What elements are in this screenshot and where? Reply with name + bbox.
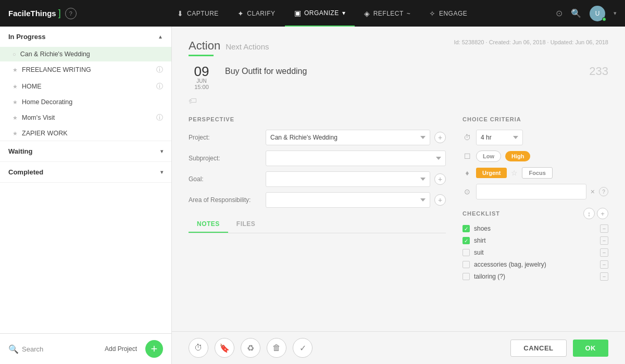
sidebar-item-moms-visit[interactable]: ★ Mom's Visit ⓘ	[0, 109, 171, 126]
checklist-section: CHECKLIST ↕ + ✓ shoes −	[463, 208, 608, 281]
zapier-star: ★	[12, 130, 18, 137]
ok-button[interactable]: OK	[573, 340, 609, 357]
sidebar-item-wedding[interactable]: ○ Can & Richie's Wedding	[0, 47, 171, 61]
context-clear-button[interactable]: ×	[591, 187, 595, 196]
goal-add-button[interactable]: +	[434, 173, 446, 185]
nav-clarify[interactable]: ✦ CLARIFY	[228, 0, 285, 27]
bottom-bar: ⏱ 🔖 ♻ 🗑 ✓ CANCEL OK	[172, 331, 625, 364]
context-help-button[interactable]: ?	[599, 187, 608, 196]
completed-chevron: ▾	[160, 169, 163, 175]
checkbox-tailoring[interactable]	[463, 273, 470, 280]
priority-focus-btn[interactable]: Focus	[522, 167, 552, 179]
checklist-sort-button[interactable]: ↕	[583, 208, 595, 219]
logo-bracket: ]	[58, 8, 61, 19]
tag-icon[interactable]: 🏷	[189, 96, 197, 105]
sidebar-item-freelance[interactable]: ★ FREELANCE WRITING ⓘ	[0, 61, 171, 78]
in-progress-chevron: ▲	[158, 34, 163, 40]
project-add-button[interactable]: +	[434, 132, 446, 143]
moms-visit-star: ★	[12, 115, 18, 121]
task-date: 09 JUN 15:00	[189, 65, 215, 90]
freelance-info-icon[interactable]: ⓘ	[156, 65, 163, 74]
checklist-remove-shoes[interactable]: −	[600, 224, 608, 233]
app-logo[interactable]: FacileThings ]	[8, 8, 61, 19]
complete-button[interactable]: ✓	[293, 338, 312, 358]
checklist-add-button[interactable]: +	[597, 208, 608, 219]
settings-icon[interactable]: ⊙	[556, 8, 562, 18]
project-select[interactable]: Can & Richie's Wedding	[266, 130, 430, 145]
checkbox-suit[interactable]	[463, 249, 470, 256]
search-area[interactable]: 🔍 Search	[8, 344, 43, 354]
sidebar-item-home[interactable]: ★ HOME ⓘ	[0, 78, 171, 95]
sidebar-section-header-in-progress[interactable]: In Progress ▲	[0, 27, 171, 47]
nav-capture[interactable]: ⬇ CAPTURE	[168, 0, 228, 27]
checklist-actions: ↕ +	[583, 208, 608, 219]
priority-icon: ♦	[463, 169, 472, 177]
sidebar-item-home-decorating[interactable]: ★ Home Decorating	[0, 95, 171, 109]
cancel-button[interactable]: CANCEL	[510, 340, 566, 357]
context-input[interactable]	[476, 184, 586, 199]
checklist-remove-accessories[interactable]: −	[600, 260, 608, 269]
help-button[interactable]: ?	[65, 8, 77, 19]
sidebar-section-header-waiting[interactable]: Waiting ▾	[0, 141, 171, 161]
organize-chevron: ▾	[342, 9, 346, 17]
capture-icon: ⬇	[177, 9, 184, 18]
recycle-button[interactable]: ♻	[241, 338, 260, 358]
tab-files[interactable]: FILES	[228, 216, 264, 233]
subproject-select[interactable]	[266, 150, 446, 166]
area-label: Area of Responsibility:	[189, 196, 261, 204]
checkbox-accessories[interactable]	[463, 261, 470, 268]
checklist-item-tailoring: tailoring (?) −	[463, 272, 608, 281]
dialog-buttons: CANCEL OK	[510, 340, 608, 357]
engage-icon: ✧	[429, 9, 436, 18]
waiting-chevron: ▾	[160, 148, 163, 154]
timer-icon: ⏱	[194, 343, 203, 353]
moms-visit-info-icon[interactable]: ⓘ	[156, 113, 163, 122]
home-info-icon[interactable]: ⓘ	[156, 82, 163, 91]
task-row: 09 JUN 15:00 Buy Outfit for wedding 233	[189, 65, 608, 90]
criteria-row-priority: ♦ Urgent ☆ Focus	[463, 167, 608, 179]
checkbox-shoes[interactable]: ✓	[463, 225, 470, 232]
wedding-star: ○	[12, 51, 16, 57]
energy-low-pill[interactable]: Low	[476, 150, 501, 162]
sidebar-item-zapier[interactable]: ★ ZAPIER WORK	[0, 126, 171, 141]
reflect-chevron: ~	[407, 10, 411, 17]
bookmark-button[interactable]: 🔖	[215, 338, 234, 358]
avatar-dropdown-chevron[interactable]: ▾	[614, 10, 617, 17]
checklist-item-shoes: ✓ shoes −	[463, 224, 608, 233]
add-project-button[interactable]: +	[145, 340, 163, 358]
tab-notes[interactable]: NOTES	[189, 216, 228, 233]
area-add-button[interactable]: +	[434, 194, 446, 206]
field-row-goal: Goal: +	[189, 171, 446, 187]
sidebar-list: In Progress ▲ ○ Can & Richie's Wedding ★…	[0, 27, 171, 333]
sidebar: In Progress ▲ ○ Can & Richie's Wedding ★…	[0, 27, 172, 364]
energy-high-pill[interactable]: High	[505, 151, 530, 161]
area-select[interactable]	[266, 192, 430, 208]
nav-organize[interactable]: ▣ ORGANIZE ▾	[285, 0, 355, 27]
timer-button[interactable]: ⏱	[189, 338, 208, 358]
priority-urgent-btn[interactable]: Urgent	[476, 168, 507, 178]
field-row-area: Area of Responsibility: +	[189, 192, 446, 208]
checklist-remove-tailoring[interactable]: −	[600, 272, 608, 281]
action-header: Action Next Actions Id: 5238820 · Create…	[189, 39, 608, 53]
time-icon: ⏱	[463, 133, 472, 142]
checkbox-shirt[interactable]: ✓	[463, 237, 470, 244]
sidebar-section-header-completed[interactable]: Completed ▾	[0, 162, 171, 182]
nav-reflect[interactable]: ◈ REFLECT ~	[355, 0, 420, 27]
checklist-label-tailoring: tailoring (?)	[474, 273, 596, 280]
nav-engage[interactable]: ✧ ENGAGE	[420, 0, 477, 27]
freelance-star: ★	[12, 67, 18, 73]
complete-icon: ✓	[299, 343, 306, 353]
layout: In Progress ▲ ○ Can & Richie's Wedding ★…	[0, 27, 625, 364]
nav-items: ⬇ CAPTURE ✦ CLARIFY ▣ ORGANIZE ▾ ◈ REFLE…	[89, 0, 556, 27]
avatar[interactable]: U	[590, 6, 605, 21]
checklist-remove-suit[interactable]: −	[600, 248, 608, 257]
trash-button[interactable]: 🗑	[267, 338, 286, 358]
criteria-row-time: ⏱ 4 hr	[463, 130, 608, 145]
priority-star-btn[interactable]: ☆	[511, 169, 518, 177]
task-day: 09	[189, 65, 215, 78]
action-meta: Id: 5238820 · Created: Jun 06, 2018 · Up…	[454, 39, 608, 45]
checklist-remove-shirt[interactable]: −	[600, 236, 608, 245]
search-icon[interactable]: 🔍	[571, 8, 581, 18]
time-select[interactable]: 4 hr	[476, 130, 523, 145]
goal-select[interactable]	[266, 171, 430, 187]
